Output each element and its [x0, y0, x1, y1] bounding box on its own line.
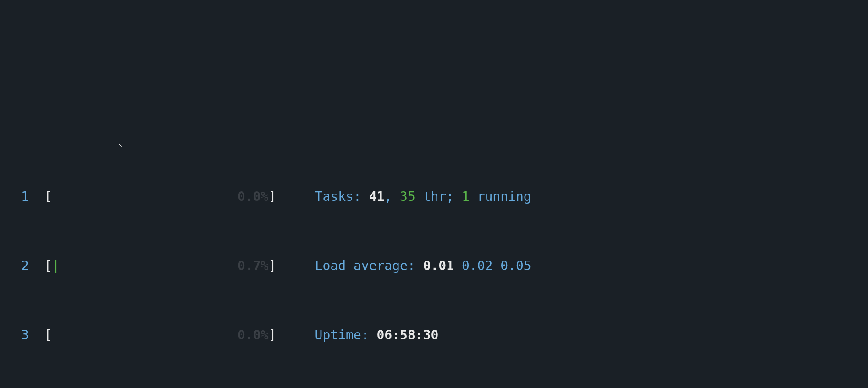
load-1: 0.01: [423, 258, 454, 273]
htop-screen: 1 [ 0.0%] Tasks: 41, 35 thr; 1 running 2…: [0, 69, 868, 388]
load-3: 0.05: [500, 258, 531, 273]
cpu-label: 1: [21, 189, 29, 204]
tasks-running: 1: [462, 189, 470, 204]
cpu-label: 2: [21, 258, 29, 273]
load-label: Load average:: [315, 258, 415, 273]
cpu-value: 0.0%: [52, 327, 268, 343]
uptime-value: 06:58:30: [376, 327, 438, 343]
load-2: 0.02: [462, 258, 492, 273]
tasks-total: 41: [369, 189, 385, 204]
cpu-value: 0.0%: [52, 189, 268, 204]
uptime-label: Uptime:: [315, 327, 369, 343]
cpu-label: 3: [21, 327, 29, 343]
cpu-meter-3: 3 [ 0.0%] Uptime: 06:58:30: [21, 327, 868, 344]
tasks-label: Tasks:: [315, 189, 361, 204]
mouse-cursor-icon: ↖: [118, 141, 124, 149]
tasks-threads: 35: [400, 189, 415, 204]
header-area: 1 [ 0.0%] Tasks: 41, 35 thr; 1 running 2…: [0, 153, 868, 388]
cpu-meter-2: 2 [| 0.7%] Load average: 0.01 0.02 0.05: [21, 257, 868, 275]
cpu-bar: |: [52, 258, 60, 273]
cpu-value: 0.7%: [60, 258, 268, 273]
cpu-meter-1: 1 [ 0.0%] Tasks: 41, 35 thr; 1 running: [21, 188, 868, 205]
